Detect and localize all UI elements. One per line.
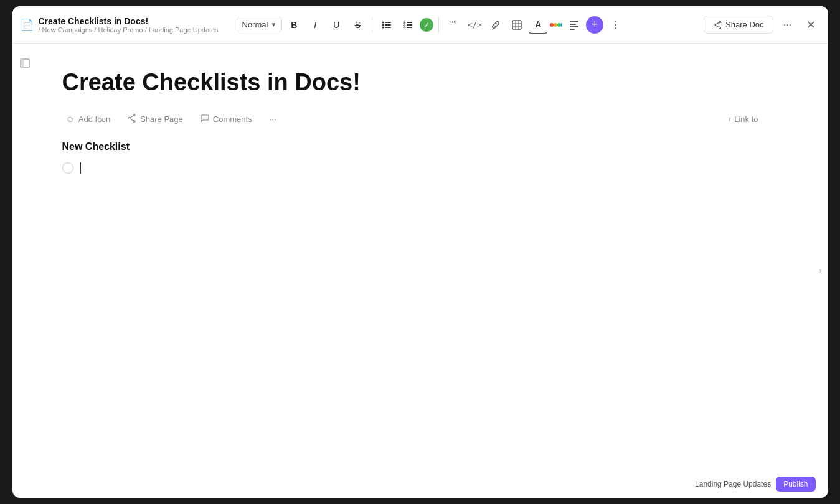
add-content-button[interactable]: + — [586, 16, 603, 34]
svg-rect-22 — [570, 24, 576, 25]
ellipsis-doc-icon: ··· — [270, 114, 276, 124]
svg-rect-23 — [570, 26, 578, 27]
text-color-button[interactable]: A — [529, 16, 547, 34]
publish-button[interactable]: Publish — [776, 477, 815, 492]
share-page-button[interactable]: Share Page — [124, 112, 187, 126]
doc-actions-bar: ☺ Add Icon Share Page — [62, 112, 763, 126]
sidebar-toggle-button[interactable] — [17, 56, 32, 71]
align-button[interactable] — [565, 16, 583, 34]
toolbar: 📄 Create Checklists in Docs! / New Campa… — [12, 6, 828, 44]
svg-rect-31 — [21, 59, 24, 68]
checklist-area — [62, 160, 763, 176]
share-doc-button[interactable]: Share Doc — [704, 16, 773, 34]
ellipsis-icon: ··· — [783, 19, 791, 30]
code-button[interactable]: </> — [465, 16, 484, 34]
svg-rect-21 — [570, 21, 578, 22]
more-menu-button[interactable]: ··· — [778, 16, 797, 34]
svg-point-33 — [128, 117, 130, 119]
modal-container: 📄 Create Checklists in Docs! / New Campa… — [12, 6, 828, 498]
right-panel-toggle: › — [813, 44, 828, 498]
svg-point-20 — [560, 23, 562, 27]
svg-point-17 — [550, 23, 554, 27]
more-options-button[interactable]: ⋮ — [606, 16, 625, 34]
add-icon-button[interactable]: ☺ Add Icon — [62, 112, 115, 126]
close-button[interactable]: ✕ — [802, 16, 821, 34]
svg-line-36 — [130, 118, 133, 120]
svg-point-32 — [133, 114, 135, 116]
share-page-label: Share Page — [140, 114, 183, 124]
chevron-right-icon: › — [819, 266, 822, 275]
close-icon: ✕ — [806, 18, 816, 32]
comment-icon — [201, 114, 209, 124]
svg-rect-1 — [385, 22, 391, 23]
check-button[interactable]: ✓ — [420, 18, 433, 32]
svg-point-25 — [719, 21, 721, 23]
sidebar-toggle — [12, 44, 37, 498]
svg-line-28 — [715, 22, 719, 24]
content-area: Create Checklists in Docs! ☺ Add Icon — [12, 44, 828, 498]
share-icon — [128, 114, 136, 124]
svg-point-34 — [133, 120, 135, 122]
quote-button[interactable]: “” — [444, 16, 463, 34]
table-button[interactable] — [507, 16, 526, 34]
doc-heading: Create Checklists in Docs! — [62, 68, 763, 97]
svg-point-4 — [382, 26, 384, 28]
normal-format-select[interactable]: Normal ▼ — [237, 17, 283, 32]
plus-icon: + — [592, 18, 598, 31]
svg-rect-12 — [512, 21, 521, 29]
numbered-list-button[interactable]: 1. 2. 3. — [399, 16, 417, 34]
comments-label: Comments — [213, 114, 252, 124]
doc-title: Create Checklists in Docs! — [39, 16, 219, 26]
svg-point-2 — [382, 24, 384, 26]
svg-point-27 — [719, 27, 721, 29]
svg-line-35 — [130, 115, 133, 117]
checklist-checkbox[interactable] — [62, 162, 73, 174]
svg-line-29 — [715, 25, 719, 27]
strikethrough-button[interactable]: S — [348, 16, 367, 34]
color-picker-button[interactable] — [550, 21, 562, 29]
svg-rect-7 — [407, 22, 412, 23]
more-doc-actions-button[interactable]: ··· — [266, 113, 280, 126]
bottom-bar-label: Landing Page Updates — [695, 480, 771, 488]
toolbar-left: 📄 Create Checklists in Docs! / New Campa… — [20, 16, 232, 34]
bottom-bar: Landing Page Updates Publish — [695, 477, 815, 492]
link-button[interactable] — [486, 16, 505, 34]
toolbar-right: Share Doc ··· ✕ — [704, 16, 820, 34]
checklist-item — [62, 160, 763, 176]
add-icon-label: Add Icon — [78, 114, 110, 124]
svg-rect-3 — [385, 24, 391, 26]
comments-button[interactable]: Comments — [197, 112, 256, 126]
link-to-button[interactable]: + Link to — [722, 113, 763, 126]
toolbar-center: Normal ▼ B I U S 1. — [237, 16, 699, 34]
chevron-down-icon: ▼ — [270, 21, 276, 28]
underline-button[interactable]: U — [327, 16, 346, 34]
svg-rect-5 — [385, 27, 391, 28]
normal-format-label: Normal — [242, 20, 268, 29]
check-icon: ✓ — [423, 21, 430, 29]
right-panel-button[interactable]: › — [814, 258, 827, 283]
doc-title-area: Create Checklists in Docs! / New Campaig… — [39, 16, 219, 34]
svg-point-0 — [382, 21, 384, 23]
section-title: New Checklist — [62, 141, 763, 152]
share-doc-label: Share Doc — [725, 20, 763, 29]
svg-rect-9 — [407, 24, 412, 26]
doc-icon[interactable]: 📄 — [20, 18, 34, 32]
doc-editor: Create Checklists in Docs! ☺ Add Icon — [37, 44, 813, 498]
text-cursor — [80, 162, 81, 174]
svg-point-18 — [554, 23, 557, 27]
bullet-list-button[interactable] — [377, 16, 396, 34]
svg-text:3.: 3. — [403, 25, 406, 29]
svg-rect-24 — [570, 29, 575, 30]
breadcrumb: / New Campaigns / Holiday Promo / Landin… — [39, 26, 219, 34]
divider-1 — [372, 17, 372, 32]
divider-2 — [438, 17, 439, 32]
svg-point-26 — [714, 24, 716, 26]
link-to-label: + Link to — [727, 114, 758, 124]
italic-button[interactable]: I — [306, 16, 324, 34]
bold-button[interactable]: B — [285, 16, 303, 34]
svg-rect-11 — [407, 27, 412, 28]
emoji-icon: ☺ — [66, 114, 75, 124]
